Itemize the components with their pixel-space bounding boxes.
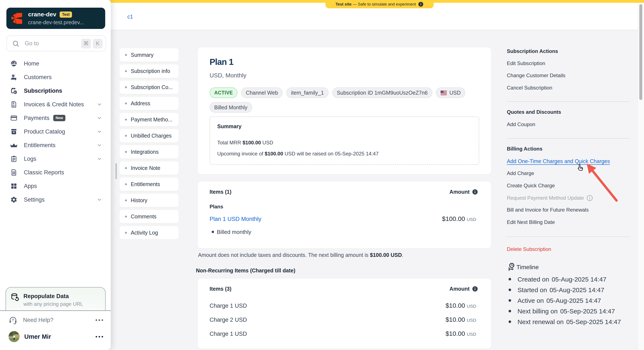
cancel-subscription-action[interactable]: Cancel Subscription <box>507 85 552 91</box>
svg-text:$: $ <box>13 102 14 105</box>
summary-box: Summary Total MRR $100.00 USD Upcoming i… <box>210 117 479 165</box>
subnav-item-comments[interactable]: Comments <box>120 210 179 223</box>
product-catalog-icon <box>10 128 18 135</box>
charge-row: Charge 1 USD$10.00USD <box>210 330 476 337</box>
bullet-dot <box>125 54 127 56</box>
summary-box-title: Summary <box>217 123 472 130</box>
sidebar-footer: ? Need Help? Umer Mir <box>0 311 111 350</box>
search-box[interactable]: Go to ⌘ K <box>6 35 106 51</box>
subnav-item-history[interactable]: History <box>120 194 179 207</box>
divider <box>507 236 630 237</box>
change-customer-details-action[interactable]: Change Customer Details <box>507 72 566 78</box>
repopulate-title: Repopulate Data <box>24 293 83 300</box>
need-help-item[interactable]: ? Need Help? <box>0 313 111 327</box>
repopulate-database-icon <box>11 293 19 302</box>
sidebar-item-payments[interactable]: Payments New <box>0 111 111 125</box>
total-mrr-line: Total MRR $100.00 USD <box>217 140 472 146</box>
info-icon[interactable] <box>418 1 424 7</box>
subnav-item-entitlements[interactable]: Entitlements <box>120 177 179 191</box>
subnav-item-subscription-info[interactable]: Subscription info <box>120 64 179 78</box>
new-badge: New <box>53 115 66 121</box>
timeline-event: Created on05-Aug-2025 14:47 <box>508 276 606 283</box>
status-badge: ACTIVE <box>210 87 238 98</box>
plan-badges: ACTIVE Channel Web item_family_1 Subscri… <box>210 87 480 113</box>
upcoming-invoice-line: Upcoming invoice of $100.00 USD will be … <box>217 151 472 157</box>
sidebar-item-home[interactable]: Home <box>0 57 111 70</box>
plan-title: Plan 1 <box>210 58 234 66</box>
cmd-keycap: ⌘ <box>81 39 91 48</box>
more-menu-icon[interactable] <box>96 319 103 321</box>
info-icon[interactable] <box>472 286 478 292</box>
sidebar-item-settings[interactable]: Settings <box>0 193 111 206</box>
more-menu-icon[interactable] <box>96 336 103 338</box>
channel-badge: Channel Web <box>241 87 282 98</box>
org-logo-icon <box>12 13 22 24</box>
user-menu-item[interactable]: Umer Mir <box>0 330 111 344</box>
search-icon <box>12 40 20 47</box>
timeline-event: Started on05-Aug-2025 14:47 <box>508 286 604 294</box>
home-icon <box>10 60 18 67</box>
plan-subtitle: USD, Monthly <box>210 72 246 79</box>
plan-item-link[interactable]: Plan 1 USD Monthly <box>210 216 261 222</box>
sidebar-item-subscriptions[interactable]: Subscriptions <box>0 84 111 98</box>
timeline-icon <box>507 263 516 272</box>
apps-icon <box>10 182 18 190</box>
subnav-item-payment-method[interactable]: Payment Metho... <box>120 113 179 126</box>
subnav-item-unbilled-charges[interactable]: Unbilled Charges <box>120 129 179 143</box>
add-charge-action[interactable]: Add Charge <box>507 170 534 176</box>
bill-invoice-future-renewals-action[interactable]: Bill and Invoice for Future Renewals <box>507 207 589 213</box>
sidebar-item-product-catalog[interactable]: Product Catalog <box>0 125 111 138</box>
edit-next-billing-date-action[interactable]: Edit Next Billing Date <box>507 219 555 225</box>
sidebar-item-customers[interactable]: Customers <box>0 70 111 84</box>
timeline-event: Active on05-Aug-2025 14:47 <box>508 297 601 304</box>
banner-text: Test site — Safe to simulate and experim… <box>336 2 416 6</box>
entitlements-crown-icon <box>10 142 18 149</box>
quotes-discounts-heading: Quotes and Discounts <box>507 109 561 115</box>
amount-header: Amount <box>450 189 478 195</box>
info-icon[interactable] <box>472 189 478 195</box>
sidebar-item-entitlements[interactable]: Entitlements <box>0 138 111 152</box>
org-switcher[interactable]: crane-dev Test crane-dev-test.predev... <box>6 8 105 29</box>
plan-amount: $100.00USD <box>442 215 476 222</box>
info-icon <box>586 195 593 201</box>
breadcrumb-customer-link[interactable]: c1 <box>127 14 133 20</box>
edit-subscription-action[interactable]: Edit Subscription <box>507 60 545 66</box>
amount-header: Amount <box>450 286 478 292</box>
request-payment-method-update-action: Request Payment Method Update <box>507 195 593 201</box>
add-coupon-action[interactable]: Add Coupon <box>507 121 535 127</box>
repopulate-subtitle: with any pricing page URL <box>24 301 83 307</box>
page-scrollbar-track[interactable] <box>638 2 644 350</box>
subnav-item-activity-log[interactable]: Activity Log <box>120 226 179 239</box>
subnav-item-address[interactable]: Address <box>120 97 179 110</box>
charge-row: Charge 1 USD$10.00USD <box>210 302 476 309</box>
create-quick-charge-action[interactable]: Create Quick Charge <box>507 183 555 189</box>
org-name: crane-dev <box>28 11 56 18</box>
delete-subscription-action[interactable]: Delete Subscription <box>507 246 551 252</box>
org-domain: crane-dev-test.predev... <box>28 19 84 25</box>
bullet-dot <box>125 232 127 234</box>
subnav-item-subscription-co[interactable]: Subscription Co... <box>120 81 179 94</box>
sidebar-item-classic-reports[interactable]: Classic Reports <box>0 166 111 179</box>
sidebar-item-apps[interactable]: Apps <box>0 179 111 193</box>
bullet-dot <box>125 135 127 137</box>
subnav-scrollbar-thumb[interactable] <box>116 163 117 179</box>
test-site-banner: Test site — Safe to simulate and experim… <box>326 0 434 8</box>
customers-icon <box>10 74 18 81</box>
subscription-actions-heading: Subscription Actions <box>507 48 558 54</box>
non-recurring-card: Items (3) Amount Charge 1 USD$10.00USD C… <box>198 279 491 349</box>
add-one-time-charges-action[interactable]: Add One-Time Charges and Quick Charges <box>507 158 610 164</box>
sidebar-item-logs[interactable]: Logs <box>0 152 111 166</box>
user-name: Umer Mir <box>24 333 96 340</box>
subscriptions-icon <box>10 87 18 94</box>
plan-line-item: Plan 1 USD Monthly $100.00USD <box>210 215 476 222</box>
plan-billing-note: Billed monthly <box>212 229 251 235</box>
plans-group-label: Plans <box>210 204 223 210</box>
subnav-item-invoice-note[interactable]: Invoice Note <box>120 161 179 175</box>
timeline-event: Next billing on05-Sep-2025 14:47 <box>508 308 615 315</box>
bullet-dot <box>125 199 127 201</box>
page-scrollbar-thumb[interactable] <box>639 4 642 100</box>
subnav-item-summary[interactable]: Summary <box>120 48 179 62</box>
subnav-item-integrations[interactable]: Integrations <box>120 145 179 159</box>
search-placeholder: Go to <box>25 40 79 47</box>
sidebar-item-invoices[interactable]: $ Invoices & Credit Notes <box>0 98 111 111</box>
